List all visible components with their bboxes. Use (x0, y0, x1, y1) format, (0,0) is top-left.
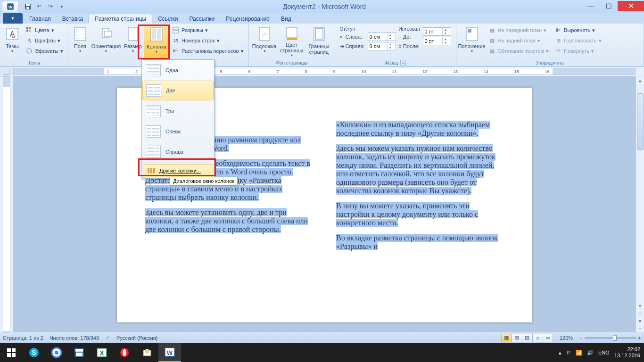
view-full-screen[interactable]: ▤ (512, 334, 522, 342)
save-icon[interactable] (23, 1, 33, 12)
paragraph-launcher[interactable]: ↘ (400, 60, 406, 66)
svg-point-49 (123, 349, 126, 356)
zoom-in-icon[interactable]: + (638, 335, 641, 341)
breaks-button[interactable]: Разрывы ▾ (171, 25, 244, 35)
view-outline[interactable]: ≡ (532, 334, 543, 342)
horizontal-ruler[interactable]: 1234567 8910111213141516 (0, 67, 644, 76)
redo-icon[interactable]: ↷ (45, 1, 56, 12)
themes-button[interactable]: Aa Темы ▾ (2, 25, 23, 58)
align-button[interactable]: ⊫Выровнять ▾ (553, 25, 603, 35)
zoom-out-icon[interactable]: − (579, 335, 582, 341)
status-words[interactable]: Число слов: 178/349 (50, 335, 99, 341)
rotate-icon: ⟳ (554, 47, 562, 55)
svg-rect-30 (468, 29, 471, 33)
browse-next-icon[interactable]: ◦ (639, 324, 641, 332)
fonts-button[interactable]: AШрифты ▾ (25, 36, 64, 45)
size-button[interactable]: Размер▾ (122, 25, 144, 58)
tab-references[interactable]: Ссылки (152, 14, 183, 24)
tab-review[interactable]: Рецензирование (220, 14, 275, 24)
tab-view[interactable]: Вид (275, 14, 297, 24)
tray-language[interactable]: ENG (598, 350, 610, 355)
view-print-layout[interactable]: ▦ (501, 334, 512, 342)
zoom-value[interactable]: 120% (560, 335, 573, 341)
tab-home[interactable]: Главная (24, 14, 57, 24)
zoom-slider[interactable]: − + (579, 335, 641, 341)
menu-more-columns[interactable]: Другие колонки... (143, 164, 213, 177)
spacing-after-input[interactable]: ▴▾ (423, 37, 451, 45)
browse-object-icon[interactable]: ● (638, 317, 641, 324)
effects-icon (25, 47, 33, 55)
svg-rect-11 (29, 30, 31, 32)
position-icon (464, 26, 479, 41)
line-numbers-button[interactable]: 1¶Номера строк ▾ (171, 36, 244, 45)
status-language[interactable]: Русский (Россия) (116, 335, 157, 341)
hyphenation-button[interactable]: bᶜ⁻Расстановка переносов ▾ (171, 46, 244, 56)
svg-rect-36 (7, 353, 11, 357)
page-color-button[interactable]: Цвет страницы▾ (278, 25, 305, 58)
svg-rect-31 (148, 168, 149, 173)
maximize-button[interactable]: ☐ (600, 1, 618, 11)
office-button[interactable]: W (2, 1, 19, 12)
task-explorer[interactable] (68, 343, 91, 362)
ribbon-tabs: ▼ Главная Вставка Разметка страницы Ссыл… (0, 13, 644, 24)
task-excel[interactable]: X (91, 343, 113, 362)
menu-right-column[interactable]: Справа (142, 141, 214, 162)
page-borders-button[interactable]: Границы страниц (305, 25, 333, 58)
svg-point-12 (27, 49, 32, 53)
qat-dropdown-icon[interactable]: ▼ (57, 1, 67, 12)
margins-button[interactable]: Поля▾ (70, 25, 90, 58)
tab-insert[interactable]: Вставка (57, 14, 89, 24)
tab-selector[interactable] (0, 67, 13, 76)
scroll-up-icon[interactable]: ▴ (639, 76, 641, 84)
menu-left-column[interactable]: Слева (142, 121, 214, 141)
vertical-ruler[interactable] (0, 76, 13, 332)
send-back-icon: ▦ (488, 37, 496, 44)
minimize-button[interactable]: — (582, 1, 600, 11)
view-buttons: ▦ ▤ ▥ ≡ ▭ (501, 334, 553, 342)
browse-prev-icon[interactable]: ◦ (639, 309, 641, 317)
tab-page-layout[interactable]: Разметка страницы (89, 14, 152, 24)
orientation-button[interactable]: Ориентация▾ (90, 25, 122, 58)
scroll-thumb[interactable] (637, 93, 644, 150)
tray-flag-icon[interactable]: ⚐ (566, 350, 571, 356)
tray-network-icon[interactable]: 📶 (576, 350, 582, 356)
themes-icon: Aa (5, 26, 20, 41)
spacing-before-input[interactable]: ▴▾ (423, 27, 451, 36)
columns-button[interactable]: Колонки▾ (144, 25, 169, 58)
svg-text:W: W (8, 5, 13, 9)
view-draft[interactable]: ▭ (543, 334, 553, 342)
tray-sound-icon[interactable]: 🔊 (587, 350, 594, 356)
tray-clock[interactable]: 22:02 13.12.2016 (614, 346, 640, 359)
status-proof-icon[interactable]: ✓ (106, 335, 110, 341)
menu-one-column[interactable]: Одна (142, 60, 214, 80)
vertical-scrollbar[interactable]: ▴ ▾ ◦ ● ◦ (636, 76, 644, 332)
titlebar: W ↶ ↷ ▼ Документ2 - Microsoft Word — ☐ ✕ (0, 0, 644, 13)
colors-button[interactable]: Цвета ▾ (25, 25, 64, 35)
indent-left-input[interactable]: ▴▾ (368, 33, 396, 41)
svg-rect-34 (7, 348, 11, 352)
indent-right-input[interactable]: ▴▾ (368, 42, 396, 50)
start-button[interactable] (0, 343, 23, 362)
task-chrome[interactable] (45, 343, 68, 362)
svg-rect-10 (26, 30, 28, 32)
position-button[interactable]: Положение▾ (458, 25, 486, 58)
spacing-after-icon: ‡ После: (399, 43, 420, 49)
task-word[interactable]: W (158, 343, 181, 362)
close-button[interactable]: ✕ (618, 1, 644, 11)
effects-button[interactable]: Эффекты ▾ (25, 46, 64, 56)
view-web[interactable]: ▥ (522, 334, 532, 342)
orientation-icon (99, 26, 114, 41)
tab-mailings[interactable]: Рассылки (183, 14, 220, 24)
undo-icon[interactable]: ↶ (34, 1, 44, 12)
file-tab[interactable]: ▼ (3, 13, 23, 24)
task-paint[interactable] (136, 343, 158, 362)
scroll-down-icon[interactable]: ▾ (639, 302, 641, 309)
page-viewport[interactable]: олбцы в Ворде ема посвящена созданию рам… (13, 76, 636, 332)
task-opera[interactable] (113, 343, 136, 362)
menu-three-columns[interactable]: Три (142, 101, 214, 121)
task-skype[interactable]: S (23, 343, 45, 362)
watermark-button[interactable]: ABC Подложка▾ (251, 25, 278, 58)
tray-show-hidden-icon[interactable]: ▴ (559, 350, 561, 356)
menu-two-columns[interactable]: Две (142, 81, 214, 100)
status-page[interactable]: Страница: 1 из 2 (3, 335, 43, 341)
